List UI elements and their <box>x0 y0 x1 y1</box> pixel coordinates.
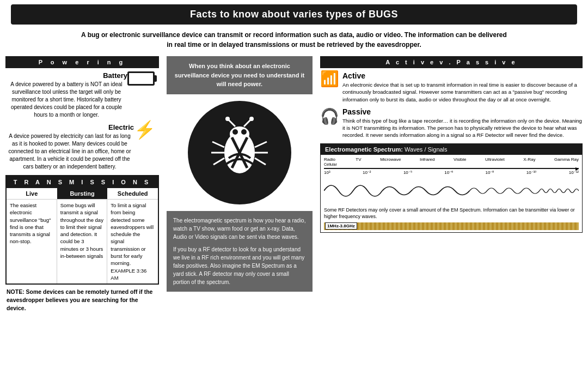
em-axis-line: ▶ <box>324 168 579 169</box>
svg-point-2 <box>232 129 238 135</box>
em-label-xray: X-Ray <box>523 157 535 167</box>
passive-text-col: Passive Think of this type of bug like a… <box>342 107 583 139</box>
em-label-gamma: Gamma Ray <box>554 157 579 167</box>
battery-label: Battery <box>5 71 127 80</box>
svg-line-11 <box>255 142 267 147</box>
transmissions-box: T R A N S M I S S I O N S Live Bursting … <box>5 175 159 285</box>
live-col-body: The easiest electronic surveillance "bug… <box>7 200 57 283</box>
title-bar: Facts to know about varies types of BUGS <box>11 4 577 25</box>
em-label-ultraviolet: Ultraviolet <box>485 157 505 167</box>
em-label-tv: TV <box>356 157 361 167</box>
lightning-icon: ⚡ <box>134 121 156 138</box>
electric-body: A device powered by electricity can last… <box>5 132 134 171</box>
active-passive-header: A c t i v e v . P a s s i v e <box>320 56 583 68</box>
electric-label: Electric <box>5 123 134 131</box>
ruler-bar: 1MHz-3.8GHz <box>324 222 579 230</box>
bug-circle <box>188 101 291 204</box>
battery-text-col: Battery A device powered by a battery is… <box>5 71 127 119</box>
power-callout: When you think about an electronic surve… <box>167 56 313 94</box>
left-column: P o w e r i n g Battery A device powered… <box>5 56 163 345</box>
wifi-icon-area: 📶 <box>320 71 339 87</box>
svg-point-3 <box>241 129 247 135</box>
em-powers-row: 10³ 10⁻² 10⁻⁵ 10⁻⁶ 10⁻⁸ 10⁻¹⁰ 10⁻¹² <box>324 170 579 175</box>
battery-icon-area <box>127 71 155 87</box>
powering-header: P o w e r i n g <box>5 56 159 68</box>
transmissions-columns: Live Bursting Scheduled The easiest elec… <box>7 188 158 283</box>
em-power-1: 10³ <box>324 170 330 175</box>
bursting-col-header: Bursting <box>57 188 108 200</box>
em-power-3: 10⁻⁵ <box>403 170 412 175</box>
em-spectrum-title-bold: Electromagnetic Spectrum: <box>325 146 403 153</box>
em-label-radio: RadioCellular <box>324 157 337 167</box>
svg-line-8 <box>212 142 224 147</box>
svg-point-5 <box>225 117 230 121</box>
passive-label: Passive <box>342 107 583 116</box>
svg-point-7 <box>249 117 254 121</box>
wave-svg <box>324 177 579 204</box>
page-title: Facts to know about varies types of BUGS <box>22 9 566 20</box>
electric-text-col: Electric A device powered by electricity… <box>5 123 134 171</box>
em-note: Some RF Detectors may only cover a small… <box>324 207 579 220</box>
wave-visual <box>324 177 579 204</box>
em-spectrum-title-normal: Waves / Signals <box>405 146 447 153</box>
electric-section: Electric A device powered by electricity… <box>5 123 159 171</box>
svg-line-10 <box>213 158 224 165</box>
passive-section: 🎧 Passive Think of this type of bug like… <box>320 107 583 139</box>
svg-line-4 <box>229 120 235 126</box>
subtitle-line2: in real time or in delayed transmissions… <box>22 40 566 50</box>
subtitle-line1: A bug or electronic surveillance device … <box>22 30 566 40</box>
active-section: 📶 Active An electronic device that is se… <box>320 71 583 103</box>
em-callout-p2: If you buy a RF detector to look for a b… <box>173 245 306 286</box>
em-label-visible: Visible <box>454 157 466 167</box>
em-spectrum-box: Electromagnetic Spectrum: Waves / Signal… <box>320 143 583 233</box>
note-text: NOTE: Some devices can be remotely turne… <box>5 285 159 314</box>
subtitle: A bug or electronic surveillance device … <box>0 28 588 52</box>
wifi-icon: 📶 <box>320 71 339 87</box>
em-power-6: 10⁻¹⁰ <box>526 170 537 175</box>
em-label-infrared: Infrared <box>420 157 435 167</box>
active-body: An electronic device that is set up to t… <box>342 81 583 103</box>
active-label: Active <box>342 71 583 80</box>
em-labels-row: RadioCellular TV Microwave Infrared Visi… <box>324 157 579 167</box>
bug-svg-icon <box>201 114 278 191</box>
center-column: When you think about an electronic surve… <box>163 56 316 345</box>
battery-icon <box>127 71 155 86</box>
em-label-microwave: Microwave <box>380 157 401 167</box>
em-power-4: 10⁻⁶ <box>444 170 453 175</box>
em-spectrum-header: Electromagnetic Spectrum: Waves / Signal… <box>321 144 582 155</box>
em-spectrum-content: RadioCellular TV Microwave Infrared Visi… <box>321 155 582 232</box>
right-column: A c t i v e v . P a s s i v e 📶 Active A… <box>316 56 583 345</box>
transmissions-header: T R A N S M I S S I O N S <box>7 176 158 188</box>
scheduled-col-header: Scheduled <box>107 188 158 200</box>
svg-line-6 <box>244 120 250 126</box>
em-callout-p1: The electromagnetic spectrum is how you … <box>173 216 306 241</box>
scheduled-col-body: To limit a signal from being detected so… <box>107 200 158 283</box>
battery-section: Battery A device powered by a battery is… <box>5 71 159 119</box>
em-power-5: 10⁻⁸ <box>486 170 494 175</box>
battery-body: A device powered by a battery is NOT an … <box>5 81 127 119</box>
bursting-col-body: Some bugs will transmit a signal through… <box>57 200 108 283</box>
live-col-header: Live <box>7 188 57 200</box>
main-layout: P o w e r i n g Battery A device powered… <box>0 56 588 368</box>
em-power-2: 10⁻² <box>363 170 371 175</box>
active-text-col: Active An electronic device that is set … <box>342 71 583 103</box>
em-callout: The electromagnetic spectrum is how you … <box>167 211 313 292</box>
passive-body: Think of this type of bug like a tape re… <box>342 117 583 139</box>
ruler-label: 1MHz-3.8GHz <box>325 222 357 230</box>
headphone-icon: 🎧 <box>320 107 339 125</box>
svg-line-13 <box>255 158 266 165</box>
